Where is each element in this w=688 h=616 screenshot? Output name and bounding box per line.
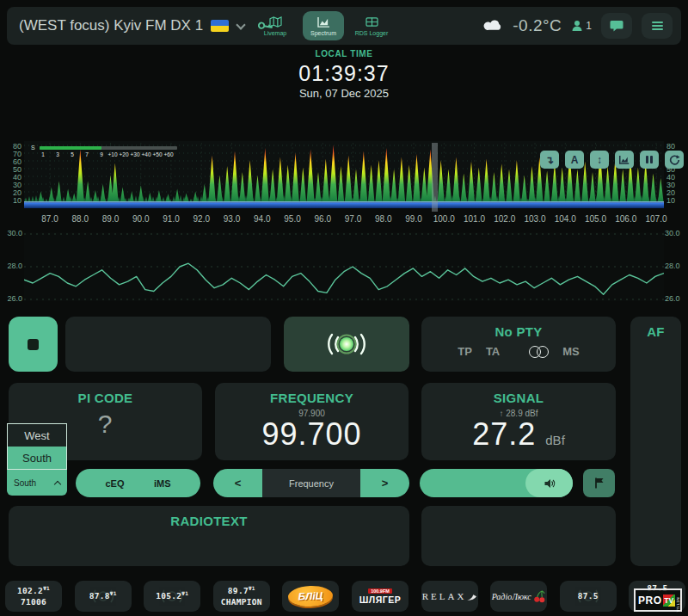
preset-button[interactable]: RELAX bbox=[421, 581, 478, 612]
radiotext-panel: RADIOTEXT bbox=[9, 506, 409, 566]
livemap-icon bbox=[269, 16, 282, 28]
frequency-tick: 88.0 bbox=[64, 214, 95, 224]
ceq-button[interactable]: cEQ bbox=[105, 478, 124, 489]
antenna-option-south[interactable]: South bbox=[8, 447, 66, 469]
pty-value: No PTY bbox=[421, 324, 616, 339]
blank-panel-bottom bbox=[421, 506, 616, 566]
frequency-tick: 94.0 bbox=[247, 214, 278, 224]
rds-logger-label: RDS Logger bbox=[355, 30, 389, 36]
preset-button[interactable]: 89.7Ψ1CHAMPION bbox=[213, 581, 270, 612]
antenna-select: West South South bbox=[7, 423, 67, 496]
frequency-tick: 104.0 bbox=[550, 214, 580, 224]
rds-logger-icon bbox=[366, 16, 378, 28]
frequency-tick: 89.0 bbox=[95, 214, 126, 224]
main-nav: LivemapSpectrumRDS Logger bbox=[255, 11, 392, 40]
frequency-tick: 102.0 bbox=[489, 214, 520, 224]
s-meter-tick: +50 bbox=[152, 151, 162, 157]
rds-flags: TP TA MS bbox=[421, 345, 616, 358]
frequency-tick: 98.0 bbox=[368, 214, 399, 224]
menu-button[interactable] bbox=[642, 13, 673, 39]
antenna-option-west[interactable]: West bbox=[8, 424, 66, 447]
s-meter-tick: +30 bbox=[130, 151, 139, 157]
pty-panel: No PTY TP TA MS bbox=[421, 317, 616, 372]
topbar-right: -0.2°C 1 bbox=[483, 7, 673, 45]
chevron-up-icon bbox=[54, 480, 61, 487]
preset-button[interactable]: 87.5 bbox=[560, 581, 617, 612]
lux-logo: РадіоЛюкс bbox=[492, 590, 546, 603]
frequency-tick: 97.0 bbox=[338, 214, 369, 224]
antenna-options: West South bbox=[7, 423, 67, 470]
chat-icon bbox=[610, 20, 624, 32]
frequency-stepper: < Frequency > bbox=[213, 469, 409, 497]
signal-unit: dBf bbox=[545, 433, 565, 447]
nav-livemap[interactable]: Livemap bbox=[255, 11, 296, 40]
pause-button[interactable] bbox=[640, 151, 659, 169]
watermark-pro: PRO bbox=[638, 594, 662, 607]
preset-frequency: 105.2Ψ1 bbox=[156, 590, 188, 602]
s-meter-tick: 7 bbox=[85, 151, 89, 157]
frequency-panel: FREQUENCY 97.900 99.700 bbox=[215, 383, 408, 460]
frequency-tick: 95.0 bbox=[277, 214, 308, 224]
frequency-tick: 91.0 bbox=[156, 214, 187, 224]
listener-count: 1 bbox=[586, 20, 592, 32]
s-meter-tick: +60 bbox=[163, 151, 173, 157]
signal-panel: SIGNAL ↑ 28.9 dBf 27.2 dBf bbox=[421, 383, 616, 460]
frequency-tick: 106.0 bbox=[611, 214, 642, 224]
preset-button[interactable]: 87.8Ψ1 bbox=[75, 581, 132, 612]
antenna-select-control[interactable]: South bbox=[7, 470, 67, 496]
broadcast-button[interactable] bbox=[284, 317, 409, 372]
stop-button[interactable] bbox=[9, 317, 58, 372]
frequency-tick: 90.0 bbox=[126, 214, 157, 224]
s-meter: S 13579+10+20+30+40+50+60 bbox=[31, 145, 181, 160]
volume-slider[interactable] bbox=[420, 469, 573, 497]
local-time-value: 01:39:37 bbox=[0, 60, 688, 87]
frequency-up-button[interactable]: > bbox=[360, 469, 409, 497]
blank-panel-top bbox=[65, 317, 271, 372]
tune-step-select[interactable]: Frequency bbox=[262, 469, 360, 497]
refresh-button[interactable] bbox=[665, 151, 684, 169]
tuned-frequency-cursor[interactable] bbox=[432, 143, 438, 212]
preset-name: CHAMPION bbox=[221, 597, 262, 607]
frequency-value: 99.700 bbox=[215, 418, 408, 451]
spectrum-toolbar: ↴A↕ bbox=[540, 151, 684, 169]
preset-button[interactable]: РадіоЛюкс bbox=[490, 581, 547, 612]
signal-y-tick: 26.0 bbox=[665, 294, 684, 303]
preset-button[interactable]: 102.2Ψ171006 bbox=[5, 581, 62, 612]
preset-frequency: 89.7Ψ1 bbox=[228, 585, 255, 597]
vertical-range-button[interactable]: ↕ bbox=[590, 151, 609, 169]
server-title: (WEST focus) Kyiv FM DX 1 bbox=[19, 17, 203, 34]
s-meter-tick: +10 bbox=[108, 151, 117, 157]
volume-thumb[interactable] bbox=[525, 469, 573, 497]
nav-rds-logger[interactable]: RDS Logger bbox=[351, 11, 392, 40]
local-time-label: LOCAL TIME bbox=[0, 49, 688, 60]
s-meter-tick: +20 bbox=[119, 151, 128, 157]
graph-mode-button[interactable] bbox=[615, 151, 634, 169]
signal-y-tick: 28.0 bbox=[665, 262, 684, 270]
local-time-block: LOCAL TIME 01:39:37 Sun, 07 Dec 2025 bbox=[0, 49, 688, 101]
signal-label: SIGNAL bbox=[421, 391, 616, 405]
signal-y-tick: 30.0 bbox=[3, 229, 22, 237]
nav-spectrum[interactable]: Spectrum bbox=[303, 11, 344, 40]
frequency-tick: 96.0 bbox=[307, 214, 338, 224]
eq-ims-toggle[interactable]: cEQ iMS bbox=[76, 469, 200, 497]
arrow-turn-down-button[interactable]: ↴ bbox=[540, 151, 559, 169]
chat-button[interactable] bbox=[601, 13, 632, 39]
auto-button[interactable]: A bbox=[565, 151, 584, 169]
watermark-net: NET.UA bbox=[676, 598, 680, 603]
frequency-down-button[interactable]: < bbox=[213, 469, 262, 497]
radiotext-label: RADIOTEXT bbox=[9, 514, 409, 528]
preset-button[interactable]: БЛіЦ bbox=[282, 581, 339, 612]
preset-button[interactable]: 105.2Ψ1 bbox=[144, 581, 200, 612]
speaker-icon bbox=[544, 478, 556, 489]
flag-button[interactable] bbox=[583, 469, 615, 497]
preset-button[interactable]: 100.9FMШЛЯГЕР bbox=[352, 581, 408, 612]
s-meter-tick: +40 bbox=[141, 151, 150, 157]
preset-frequency: 87.8Ψ1 bbox=[89, 590, 117, 602]
ims-button[interactable]: iMS bbox=[154, 478, 171, 489]
chevron-down-icon[interactable] bbox=[236, 20, 245, 29]
relax-logo: RELAX bbox=[422, 591, 477, 601]
local-date: Sun, 07 Dec 2025 bbox=[0, 87, 688, 101]
livemap-label: Livemap bbox=[264, 30, 286, 36]
frequency-tick: 103.0 bbox=[519, 214, 550, 224]
frequency-label: FREQUENCY bbox=[215, 391, 408, 405]
